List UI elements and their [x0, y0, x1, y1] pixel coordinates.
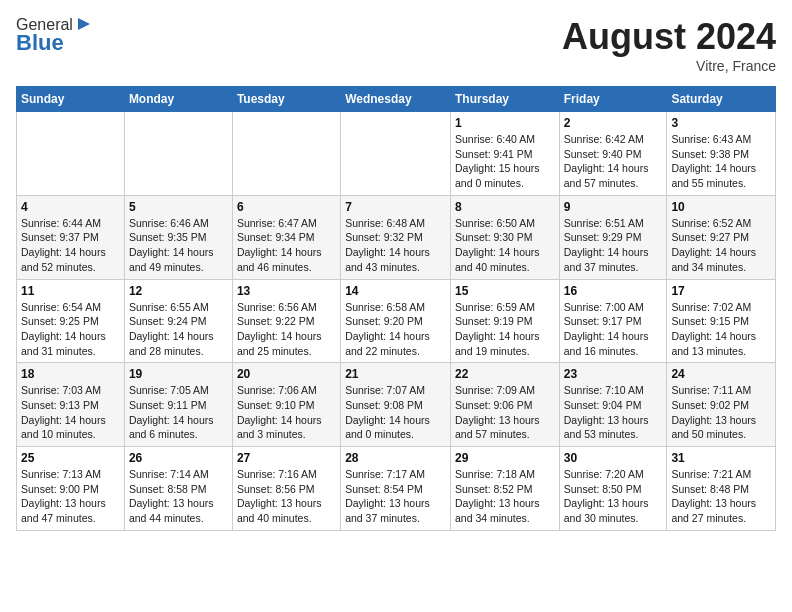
day-number: 24 [671, 367, 771, 381]
day-number: 21 [345, 367, 446, 381]
day-info: Sunrise: 6:59 AMSunset: 9:19 PMDaylight:… [455, 300, 555, 359]
day-number: 13 [237, 284, 336, 298]
logo: General Blue [16, 16, 95, 56]
calendar-cell: 16Sunrise: 7:00 AMSunset: 9:17 PMDayligh… [559, 279, 667, 363]
calendar-cell [341, 112, 451, 196]
day-info: Sunrise: 7:17 AMSunset: 8:54 PMDaylight:… [345, 467, 446, 526]
calendar-cell: 9Sunrise: 6:51 AMSunset: 9:29 PMDaylight… [559, 195, 667, 279]
day-info: Sunrise: 7:16 AMSunset: 8:56 PMDaylight:… [237, 467, 336, 526]
calendar-cell: 4Sunrise: 6:44 AMSunset: 9:37 PMDaylight… [17, 195, 125, 279]
svg-marker-0 [78, 18, 90, 30]
calendar-week-1: 1Sunrise: 6:40 AMSunset: 9:41 PMDaylight… [17, 112, 776, 196]
calendar-cell: 22Sunrise: 7:09 AMSunset: 9:06 PMDayligh… [450, 363, 559, 447]
day-info: Sunrise: 7:20 AMSunset: 8:50 PMDaylight:… [564, 467, 663, 526]
calendar-cell: 27Sunrise: 7:16 AMSunset: 8:56 PMDayligh… [232, 447, 340, 531]
calendar-week-3: 11Sunrise: 6:54 AMSunset: 9:25 PMDayligh… [17, 279, 776, 363]
page-header: General Blue August 2024 Vitre, France [16, 16, 776, 74]
calendar-cell: 8Sunrise: 6:50 AMSunset: 9:30 PMDaylight… [450, 195, 559, 279]
day-info: Sunrise: 7:03 AMSunset: 9:13 PMDaylight:… [21, 383, 120, 442]
calendar-cell: 31Sunrise: 7:21 AMSunset: 8:48 PMDayligh… [667, 447, 776, 531]
calendar-cell: 2Sunrise: 6:42 AMSunset: 9:40 PMDaylight… [559, 112, 667, 196]
day-number: 28 [345, 451, 446, 465]
calendar-cell: 11Sunrise: 6:54 AMSunset: 9:25 PMDayligh… [17, 279, 125, 363]
day-info: Sunrise: 6:56 AMSunset: 9:22 PMDaylight:… [237, 300, 336, 359]
day-number: 29 [455, 451, 555, 465]
calendar-body: 1Sunrise: 6:40 AMSunset: 9:41 PMDaylight… [17, 112, 776, 531]
day-info: Sunrise: 6:54 AMSunset: 9:25 PMDaylight:… [21, 300, 120, 359]
month-year-title: August 2024 [562, 16, 776, 58]
calendar-cell: 7Sunrise: 6:48 AMSunset: 9:32 PMDaylight… [341, 195, 451, 279]
day-number: 30 [564, 451, 663, 465]
calendar-cell: 10Sunrise: 6:52 AMSunset: 9:27 PMDayligh… [667, 195, 776, 279]
weekday-header-friday: Friday [559, 87, 667, 112]
weekday-header-wednesday: Wednesday [341, 87, 451, 112]
day-info: Sunrise: 7:00 AMSunset: 9:17 PMDaylight:… [564, 300, 663, 359]
day-info: Sunrise: 7:14 AMSunset: 8:58 PMDaylight:… [129, 467, 228, 526]
calendar-cell: 3Sunrise: 6:43 AMSunset: 9:38 PMDaylight… [667, 112, 776, 196]
day-number: 22 [455, 367, 555, 381]
day-info: Sunrise: 6:50 AMSunset: 9:30 PMDaylight:… [455, 216, 555, 275]
calendar-table: SundayMondayTuesdayWednesdayThursdayFrid… [16, 86, 776, 531]
day-info: Sunrise: 6:58 AMSunset: 9:20 PMDaylight:… [345, 300, 446, 359]
day-info: Sunrise: 7:11 AMSunset: 9:02 PMDaylight:… [671, 383, 771, 442]
day-number: 19 [129, 367, 228, 381]
day-info: Sunrise: 6:48 AMSunset: 9:32 PMDaylight:… [345, 216, 446, 275]
calendar-cell: 24Sunrise: 7:11 AMSunset: 9:02 PMDayligh… [667, 363, 776, 447]
weekday-header-row: SundayMondayTuesdayWednesdayThursdayFrid… [17, 87, 776, 112]
day-info: Sunrise: 7:10 AMSunset: 9:04 PMDaylight:… [564, 383, 663, 442]
day-info: Sunrise: 6:43 AMSunset: 9:38 PMDaylight:… [671, 132, 771, 191]
day-info: Sunrise: 6:46 AMSunset: 9:35 PMDaylight:… [129, 216, 228, 275]
day-info: Sunrise: 6:47 AMSunset: 9:34 PMDaylight:… [237, 216, 336, 275]
day-number: 5 [129, 200, 228, 214]
calendar-cell: 20Sunrise: 7:06 AMSunset: 9:10 PMDayligh… [232, 363, 340, 447]
day-number: 6 [237, 200, 336, 214]
day-number: 31 [671, 451, 771, 465]
title-block: August 2024 Vitre, France [562, 16, 776, 74]
calendar-cell: 26Sunrise: 7:14 AMSunset: 8:58 PMDayligh… [124, 447, 232, 531]
day-number: 3 [671, 116, 771, 130]
day-info: Sunrise: 6:55 AMSunset: 9:24 PMDaylight:… [129, 300, 228, 359]
day-number: 9 [564, 200, 663, 214]
logo-blue-text: Blue [16, 30, 64, 56]
calendar-cell [232, 112, 340, 196]
day-number: 17 [671, 284, 771, 298]
day-number: 25 [21, 451, 120, 465]
calendar-cell: 23Sunrise: 7:10 AMSunset: 9:04 PMDayligh… [559, 363, 667, 447]
calendar-cell [124, 112, 232, 196]
logo-flag-icon [75, 16, 93, 34]
weekday-header-monday: Monday [124, 87, 232, 112]
day-info: Sunrise: 7:02 AMSunset: 9:15 PMDaylight:… [671, 300, 771, 359]
day-info: Sunrise: 7:09 AMSunset: 9:06 PMDaylight:… [455, 383, 555, 442]
day-info: Sunrise: 6:40 AMSunset: 9:41 PMDaylight:… [455, 132, 555, 191]
day-info: Sunrise: 7:21 AMSunset: 8:48 PMDaylight:… [671, 467, 771, 526]
calendar-cell: 30Sunrise: 7:20 AMSunset: 8:50 PMDayligh… [559, 447, 667, 531]
calendar-cell: 5Sunrise: 6:46 AMSunset: 9:35 PMDaylight… [124, 195, 232, 279]
day-info: Sunrise: 6:52 AMSunset: 9:27 PMDaylight:… [671, 216, 771, 275]
day-number: 7 [345, 200, 446, 214]
calendar-cell: 12Sunrise: 6:55 AMSunset: 9:24 PMDayligh… [124, 279, 232, 363]
day-info: Sunrise: 7:18 AMSunset: 8:52 PMDaylight:… [455, 467, 555, 526]
calendar-cell: 18Sunrise: 7:03 AMSunset: 9:13 PMDayligh… [17, 363, 125, 447]
day-number: 27 [237, 451, 336, 465]
day-number: 11 [21, 284, 120, 298]
calendar-cell [17, 112, 125, 196]
calendar-cell: 6Sunrise: 6:47 AMSunset: 9:34 PMDaylight… [232, 195, 340, 279]
calendar-cell: 19Sunrise: 7:05 AMSunset: 9:11 PMDayligh… [124, 363, 232, 447]
day-info: Sunrise: 7:07 AMSunset: 9:08 PMDaylight:… [345, 383, 446, 442]
day-info: Sunrise: 7:05 AMSunset: 9:11 PMDaylight:… [129, 383, 228, 442]
day-number: 26 [129, 451, 228, 465]
location-subtitle: Vitre, France [562, 58, 776, 74]
day-number: 1 [455, 116, 555, 130]
day-info: Sunrise: 6:44 AMSunset: 9:37 PMDaylight:… [21, 216, 120, 275]
day-info: Sunrise: 7:06 AMSunset: 9:10 PMDaylight:… [237, 383, 336, 442]
day-info: Sunrise: 7:13 AMSunset: 9:00 PMDaylight:… [21, 467, 120, 526]
calendar-week-2: 4Sunrise: 6:44 AMSunset: 9:37 PMDaylight… [17, 195, 776, 279]
calendar-header: SundayMondayTuesdayWednesdayThursdayFrid… [17, 87, 776, 112]
day-number: 18 [21, 367, 120, 381]
weekday-header-sunday: Sunday [17, 87, 125, 112]
calendar-cell: 15Sunrise: 6:59 AMSunset: 9:19 PMDayligh… [450, 279, 559, 363]
day-number: 15 [455, 284, 555, 298]
calendar-cell: 21Sunrise: 7:07 AMSunset: 9:08 PMDayligh… [341, 363, 451, 447]
day-number: 8 [455, 200, 555, 214]
day-number: 16 [564, 284, 663, 298]
